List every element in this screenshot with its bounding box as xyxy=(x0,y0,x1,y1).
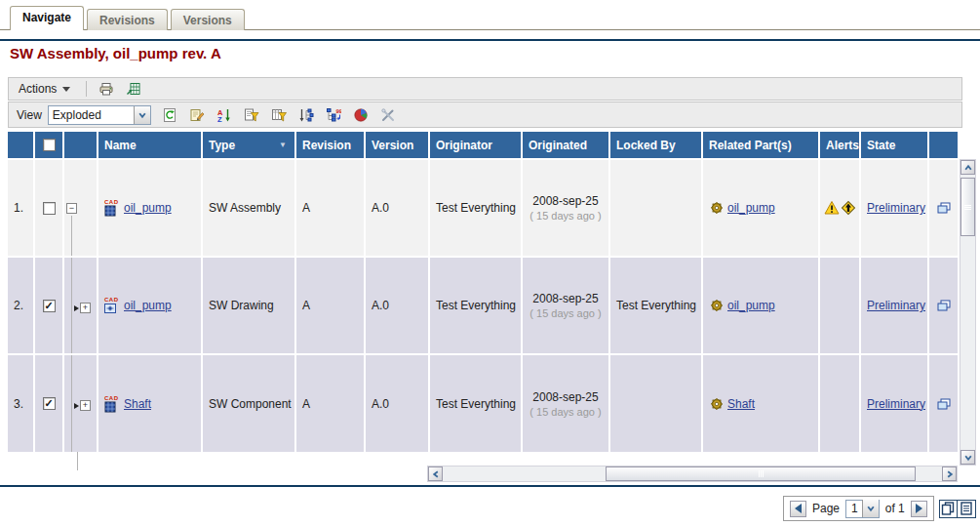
header-type[interactable]: Type xyxy=(202,132,295,159)
actions-label: Actions xyxy=(19,82,57,96)
edit-icon[interactable] xyxy=(186,105,208,125)
cad-drawing-icon xyxy=(104,297,120,314)
table-row: 1. oil_pump SW Assembly A A.0 Test Every… xyxy=(8,159,958,257)
row-checkbox[interactable] xyxy=(43,397,56,410)
row-number: 3. xyxy=(8,354,34,452)
next-page-button[interactable] xyxy=(911,501,927,517)
name-link[interactable]: oil_pump xyxy=(124,299,172,312)
related-part-link[interactable]: oil_pump xyxy=(727,299,775,312)
version-cell: A.0 xyxy=(365,257,429,354)
row-checkbox[interactable] xyxy=(43,300,56,312)
header-rownum xyxy=(8,132,34,159)
pie-chart-icon[interactable] xyxy=(350,105,372,125)
collapse-icon[interactable] xyxy=(66,203,77,214)
tab-versions[interactable]: Versions xyxy=(171,9,245,30)
gear-icon xyxy=(709,396,725,412)
header-state[interactable]: State xyxy=(860,132,928,159)
originated-date: 2008-sep-25 xyxy=(523,390,608,404)
multi-window-icon[interactable] xyxy=(939,500,958,518)
sort-az-icon[interactable] xyxy=(214,105,235,125)
header-type-label: Type xyxy=(209,139,235,152)
originated-ago: ( 15 days ago ) xyxy=(523,307,608,319)
header-select-all[interactable] xyxy=(34,132,63,159)
header-originated[interactable]: Originated xyxy=(522,132,609,159)
header-originator[interactable]: Originator xyxy=(429,132,522,159)
scroll-down-button[interactable] xyxy=(960,450,975,465)
header-related-parts[interactable]: Related Part(s) xyxy=(702,132,819,159)
originated-date: 2008-sep-25 xyxy=(523,292,608,305)
state-link[interactable]: Preliminary xyxy=(867,201,925,215)
export-list-icon[interactable] xyxy=(123,79,144,99)
vertical-scrollbar[interactable] xyxy=(960,159,976,466)
horizontal-scrollbar[interactable] xyxy=(427,466,958,482)
related-part-link[interactable]: Shaft xyxy=(727,397,755,411)
row-number: 2. xyxy=(8,257,34,354)
originator-cell: Test Everything xyxy=(429,354,522,452)
originator-cell: Test Everything xyxy=(429,159,522,257)
scroll-left-button[interactable] xyxy=(428,466,443,481)
state-link[interactable]: Preliminary xyxy=(867,397,925,411)
related-part-link[interactable]: oil_pump xyxy=(727,201,775,215)
page-select[interactable]: 1 xyxy=(845,500,880,518)
refresh-icon[interactable] xyxy=(159,105,180,125)
tab-revisions[interactable]: Revisions xyxy=(87,9,168,30)
tree-structure-icon[interactable] xyxy=(323,105,344,125)
sort-tree-icon[interactable] xyxy=(295,105,317,125)
sort-descending-icon xyxy=(279,141,287,149)
name-link[interactable]: oil_pump xyxy=(124,201,172,215)
expand-icon[interactable] xyxy=(80,400,91,411)
tree-line xyxy=(71,355,72,452)
branch-arrow-icon xyxy=(74,305,79,311)
type-cell: SW Assembly xyxy=(202,159,295,257)
revision-cell: A xyxy=(295,354,365,452)
printer-icon[interactable] xyxy=(96,79,117,99)
select-all-checkbox[interactable] xyxy=(43,139,56,151)
gear-icon xyxy=(709,298,725,313)
bottom-divider-rule xyxy=(0,485,980,487)
table-row: 2. oil_pump SW Drawing A A.0 Test Everyt… xyxy=(8,257,958,354)
caret-down-icon xyxy=(62,87,70,92)
revision-cell: A xyxy=(295,159,365,257)
revise-alert-icon[interactable] xyxy=(841,200,856,216)
filter-document-icon[interactable] xyxy=(241,105,262,125)
print-view-icon[interactable] xyxy=(936,200,952,216)
version-cell: A.0 xyxy=(365,354,429,452)
warning-icon[interactable] xyxy=(824,200,840,216)
header-alerts[interactable]: Alerts xyxy=(819,132,860,159)
next-page-icon xyxy=(916,504,922,513)
actions-menu-button[interactable]: Actions xyxy=(9,82,80,96)
tab-navigate[interactable]: Navigate xyxy=(10,6,84,30)
horizontal-scroll-thumb[interactable] xyxy=(606,466,916,481)
previous-page-button[interactable] xyxy=(790,501,806,517)
locked-by-cell xyxy=(609,354,702,452)
print-view-icon[interactable] xyxy=(936,298,952,313)
page-select-arrow[interactable] xyxy=(862,500,879,517)
pagination: Page 1 of 1 xyxy=(783,496,976,521)
previous-page-icon xyxy=(795,504,802,513)
originator-cell: Test Everything xyxy=(429,257,522,354)
cad-part-icon xyxy=(104,395,120,413)
vertical-scroll-thumb[interactable] xyxy=(960,178,975,236)
page-title: SW Assembly, oil_pump rev. A xyxy=(10,45,221,61)
tools-icon[interactable] xyxy=(377,105,399,125)
header-locked-by[interactable]: Locked By xyxy=(609,132,702,159)
state-link[interactable]: Preliminary xyxy=(867,299,925,312)
row-checkbox[interactable] xyxy=(43,202,56,215)
view-select-arrow[interactable] xyxy=(134,106,150,124)
scroll-up-button[interactable] xyxy=(960,160,975,175)
expand-icon[interactable] xyxy=(80,303,91,313)
scroll-right-button[interactable] xyxy=(942,466,957,481)
filter-table-icon[interactable] xyxy=(268,105,290,125)
name-link[interactable]: Shaft xyxy=(124,397,151,411)
toolbar-separator xyxy=(86,81,87,97)
tree-line xyxy=(77,452,78,470)
cad-assembly-icon xyxy=(104,199,120,217)
view-select[interactable]: Exploded xyxy=(48,105,151,125)
header-name[interactable]: Name xyxy=(98,132,202,159)
version-cell: A.0 xyxy=(365,159,429,257)
page-controls: Page 1 of 1 xyxy=(783,496,934,521)
header-revision[interactable]: Revision xyxy=(295,132,365,159)
print-view-icon[interactable] xyxy=(936,396,952,412)
single-window-icon[interactable] xyxy=(958,500,976,518)
header-version[interactable]: Version xyxy=(365,132,429,159)
